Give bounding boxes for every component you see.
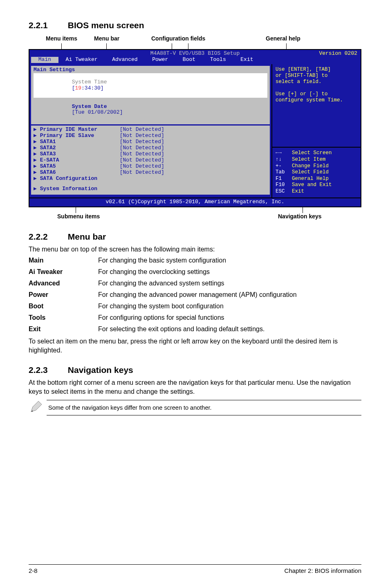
desc-key: Power [29, 291, 98, 298]
bios-diagram: Menu items Menu bar Configuration fields… [29, 35, 361, 221]
desc-key: Exit [29, 325, 98, 333]
section-heading: 2.2.3 Navigation keys [29, 365, 361, 375]
bios-submenu-item[interactable]: ▶ Primary IDE Slave[Not Detected] [34, 133, 267, 139]
desc-value: For changing the overclocking settings [98, 268, 361, 276]
section-number: 2.2.1 [29, 20, 65, 30]
nav-key-row: ←→Select Screen [276, 150, 357, 157]
menubar-desc-row: MainFor changing the basic system config… [29, 257, 361, 264]
page-number: 2-8 [29, 567, 38, 574]
menubar-desc-row: BootFor changing the system boot configu… [29, 303, 361, 310]
bios-submenu-item[interactable]: ▶ SATA3[Not Detected] [34, 151, 267, 157]
desc-key: Main [29, 257, 98, 264]
menubar-desc-row: ToolsFor configuring options for special… [29, 314, 361, 321]
bios-submenu-item[interactable]: ▶ SATA6[Not Detected] [34, 170, 267, 176]
pencil-icon [29, 399, 47, 416]
bios-items-panel: ▶ Primary IDE Master[Not Detected]▶ Prim… [31, 126, 270, 194]
section-heading: 2.2.2 Menu bar [29, 232, 361, 242]
bios-tab-advanced[interactable]: Advanced [105, 57, 145, 63]
bios-help-panel: Use [ENTER], [TAB] or [SHIFT-TAB] to sel… [271, 64, 361, 197]
bios-titlebar: M4A88T-V EVO/USB3 BIOS Setup Version 020… [29, 50, 361, 57]
menubar-note: To select an item on the menu bar, press… [29, 337, 361, 355]
section-title: BIOS menu screen [68, 20, 144, 30]
desc-key: Boot [29, 303, 98, 310]
bios-tab-tools[interactable]: Tools [203, 57, 233, 63]
bios-submenu-system-info[interactable]: ▶ System Information [34, 186, 267, 192]
bios-nav-keys: ←→Select Screen↑↓Select Item+-Change Fie… [272, 147, 361, 197]
nav-key-row: +-Change Field [276, 163, 357, 170]
callout-ticks-bottom [29, 207, 361, 213]
callout-row-top: Menu items Menu bar Configuration fields… [29, 35, 361, 43]
bios-submenu-item[interactable]: ▶ SATA1[Not Detected] [34, 139, 267, 145]
bios-left-panel: Main Settings System Time [19:34:30] Sys… [29, 64, 271, 197]
bios-title-text: M4A88T-V EVO/USB3 BIOS Setup [150, 50, 240, 56]
menubar-intro: The menu bar on top of the screen has th… [29, 245, 361, 254]
callout-menu-items: Menu items [46, 35, 77, 42]
bios-tab-ai-tweaker[interactable]: Ai Tweaker [58, 57, 105, 63]
callout-row-bottom: Submenu items Navigation keys [29, 213, 361, 221]
callout-ticks-top [29, 43, 361, 49]
nav-key-row: ↑↓Select Item [276, 157, 357, 163]
menubar-desc-row: PowerFor changing the advanced power man… [29, 291, 361, 298]
nav-key-row: F10Save and Exit [276, 182, 357, 189]
chapter-label: Chapter 2: BIOS information [285, 567, 361, 574]
desc-value: For changing the basic system configurat… [98, 257, 361, 264]
section-title: Menu bar [68, 232, 106, 241]
desc-key: Tools [29, 314, 98, 321]
desc-value: For changing the advanced system setting… [98, 280, 361, 287]
bios-row-system-date[interactable]: System Date [Tue 01/08/2002] [34, 98, 267, 122]
desc-key: Advanced [29, 280, 98, 287]
nav-key-row: F1General Help [276, 176, 357, 182]
bios-tab-boot[interactable]: Boot [175, 57, 203, 63]
callout-nav-keys: Navigation keys [278, 213, 322, 220]
bios-row-system-time[interactable]: System Time [19:34:30] [34, 73, 267, 98]
bios-help-text: Use [ENTER], [TAB] or [SHIFT-TAB] to sel… [272, 64, 361, 106]
bios-tab-exit[interactable]: Exit [233, 57, 260, 63]
section-number: 2.2.2 [29, 232, 65, 242]
desc-value: For changing the system boot configurati… [98, 303, 361, 310]
note-text: Some of the navigation keys differ from … [47, 400, 361, 415]
callout-submenu-items: Submenu items [57, 213, 100, 220]
bios-copyright: v02.61 (C)Copyright 1985-2010, American … [29, 197, 361, 206]
callout-config-fields: Configuration fields [151, 35, 205, 42]
bios-tab-power[interactable]: Power [145, 57, 175, 63]
menubar-desc-row: Ai TweakerFor changing the overclocking … [29, 268, 361, 276]
bios-panel-heading: Main Settings [34, 67, 267, 73]
menubar-desc-row: ExitFor selecting the exit options and l… [29, 325, 361, 333]
navkeys-paragraph: At the bottom right corner of a menu scr… [29, 378, 361, 396]
bios-submenu-item[interactable]: ▶ Primary IDE Master[Not Detected] [34, 127, 267, 133]
bios-submenu-item[interactable]: ▶ SATA5[Not Detected] [34, 164, 267, 170]
desc-value: For configuring options for special func… [98, 314, 361, 321]
bios-tab-main[interactable]: Main [31, 57, 58, 63]
bios-settings-panel: Main Settings System Time [19:34:30] Sys… [31, 66, 270, 124]
desc-value: For selecting the exit options and loadi… [98, 325, 361, 333]
bios-menu-bar[interactable]: Main Ai Tweaker Advanced Power Boot Tool… [29, 57, 361, 64]
desc-value: For changing the advanced power manageme… [98, 291, 361, 298]
menubar-desc-table: MainFor changing the basic system config… [29, 257, 361, 333]
bios-version: Version 0202 [319, 51, 357, 57]
callout-general-help: General help [266, 35, 300, 42]
bios-submenu-item[interactable]: ▶ SATA2[Not Detected] [34, 145, 267, 151]
nav-key-row: ESCExit [276, 189, 357, 195]
note-block: Some of the navigation keys differ from … [29, 399, 361, 416]
section-heading: 2.2.1 BIOS menu screen [29, 20, 361, 30]
section-number: 2.2.3 [29, 365, 65, 375]
menubar-desc-row: AdvancedFor changing the advanced system… [29, 280, 361, 287]
bios-submenu-sata-config[interactable]: ▶ SATA Configuration [34, 176, 267, 182]
desc-key: Ai Tweaker [29, 268, 98, 276]
section-title: Navigation keys [68, 365, 133, 375]
bios-window: M4A88T-V EVO/USB3 BIOS Setup Version 020… [29, 49, 361, 207]
page-footer: 2-8 Chapter 2: BIOS information [29, 564, 361, 574]
bios-submenu-item[interactable]: ▶ E-SATA[Not Detected] [34, 157, 267, 164]
svg-marker-0 [31, 401, 42, 412]
nav-key-row: TabSelect Field [276, 169, 357, 176]
callout-menu-bar: Menu bar [94, 35, 119, 42]
